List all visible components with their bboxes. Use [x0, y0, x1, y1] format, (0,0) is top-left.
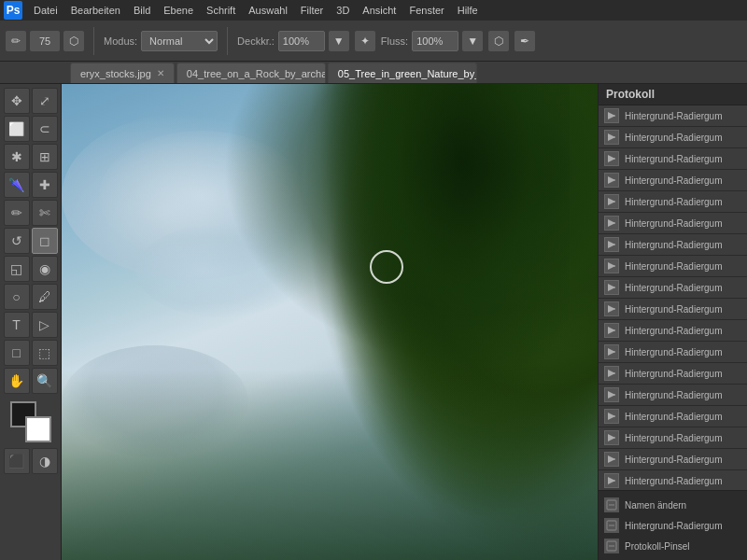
- tabs: eryx_stocks.jpg ✕ 04_tree_on_a_Rock_by_a…: [0, 62, 747, 84]
- text-tool[interactable]: T: [4, 312, 30, 338]
- tool-row-1: ✥ ⤢: [4, 88, 58, 114]
- eyedropper-tool[interactable]: 🌂: [4, 172, 30, 198]
- dodge-tool[interactable]: ○: [4, 284, 30, 310]
- crop-tool[interactable]: ⊞: [32, 144, 58, 170]
- panel-footer-item-1[interactable]: Hintergrund-Radiergum: [604, 515, 741, 536]
- fluss-input[interactable]: [412, 31, 458, 51]
- fluss-arrow[interactable]: ▼: [462, 31, 483, 51]
- history-item-icon-7: [604, 259, 619, 273]
- menu-auswahl[interactable]: Auswahl: [243, 3, 293, 18]
- history-item-label-1: Hintergrund-Radiergum: [625, 133, 723, 143]
- toolbar: ✏ 75 ⬡ Modus: Normal Auflösen Abdunkeln …: [0, 21, 747, 62]
- lasso-tool[interactable]: ⊂: [32, 116, 58, 142]
- menu-bearbeiten[interactable]: Bearbeiten: [65, 3, 126, 18]
- gradient-tool[interactable]: ◱: [4, 256, 30, 282]
- history-item-10[interactable]: Hintergrund-Radiergum: [599, 320, 747, 342]
- menu-3d[interactable]: 3D: [331, 3, 355, 18]
- artboard-tool[interactable]: ⤢: [32, 88, 58, 114]
- history-item-icon-14: [604, 409, 619, 424]
- quick-mask-tool[interactable]: ◑: [32, 448, 58, 474]
- canvas-area[interactable]: [62, 84, 598, 560]
- deckraft-arrow[interactable]: ▼: [329, 31, 349, 51]
- history-item-5[interactable]: Hintergrund-Radiergum: [599, 213, 747, 234]
- menu-fenster[interactable]: Fenster: [403, 3, 449, 18]
- history-item-12[interactable]: Hintergrund-Radiergum: [599, 363, 747, 385]
- tool-row-3: ✱ ⊞: [4, 144, 58, 170]
- menu-hilfe[interactable]: Hilfe: [452, 3, 484, 18]
- panel-footer-item-0[interactable]: Namen ändern: [604, 495, 741, 515]
- tab-close-0[interactable]: ✕: [157, 68, 164, 78]
- history-item-8[interactable]: Hintergrund-Radiergum: [599, 277, 747, 299]
- history-item-14[interactable]: Hintergrund-Radiergum: [599, 406, 747, 427]
- history-item-2[interactable]: Hintergrund-Radiergum: [599, 148, 747, 170]
- right-panel: Protokoll Hintergrund-Radiergum Hintergr…: [598, 84, 747, 560]
- path-select-tool[interactable]: ▷: [32, 312, 58, 338]
- pen-tool[interactable]: 🖊: [32, 284, 58, 310]
- menu-ansicht[interactable]: Ansicht: [357, 3, 402, 18]
- history-item-16[interactable]: Hintergrund-Radiergum: [599, 449, 747, 470]
- menu-datei[interactable]: Datei: [28, 3, 63, 18]
- blur-tool[interactable]: ◉: [32, 256, 58, 282]
- clone-tool[interactable]: ✄: [32, 200, 58, 226]
- brush-tool-icon[interactable]: ✏: [6, 31, 26, 51]
- menu-schrift[interactable]: Schrift: [201, 3, 241, 18]
- stylus-icon[interactable]: ✒: [514, 31, 535, 51]
- healing-tool[interactable]: ✚: [32, 172, 58, 198]
- menu-ebene[interactable]: Ebene: [158, 3, 199, 18]
- tab-1[interactable]: 04_tree_on_a_Rock_by_archaeopteryx_stock…: [176, 63, 326, 83]
- history-item-15[interactable]: Hintergrund-Radiergum: [599, 427, 747, 449]
- shape-tool[interactable]: □: [4, 340, 30, 366]
- fluss-label: Fluss:: [381, 35, 408, 47]
- history-item-3[interactable]: Hintergrund-Radiergum: [599, 170, 747, 191]
- magic-wand-tool[interactable]: ✱: [4, 144, 30, 170]
- brush-options-icon[interactable]: ⬡: [63, 31, 84, 51]
- history-item-label-6: Hintergrund-Radiergum: [625, 240, 723, 250]
- deckraft-input[interactable]: [278, 31, 325, 51]
- history-brush-tool[interactable]: ↺: [4, 228, 30, 254]
- screen-mode-tool[interactable]: ⬛: [4, 448, 30, 474]
- menu-filter[interactable]: Filter: [295, 3, 329, 18]
- history-item-4[interactable]: Hintergrund-Radiergum: [599, 191, 747, 213]
- ps-logo: Ps: [4, 1, 22, 20]
- history-item-label-13: Hintergrund-Radiergum: [625, 390, 723, 400]
- tool-row-7: ◱ ◉: [4, 256, 58, 282]
- brush-settings-icon[interactable]: 75: [30, 31, 60, 51]
- history-item-11[interactable]: Hintergrund-Radiergum: [599, 342, 747, 363]
- history-item-icon-13: [604, 387, 619, 402]
- modus-select[interactable]: Normal Auflösen Abdunkeln: [141, 31, 218, 51]
- tab-2[interactable]: 05_Tree_in_green_Nature_by_arc ✕: [328, 63, 477, 83]
- rect-select-tool[interactable]: ⬚: [32, 340, 58, 366]
- background-color[interactable]: [25, 416, 51, 442]
- foreground-background[interactable]: [10, 401, 51, 442]
- tool-row-9: T ▷: [4, 312, 58, 338]
- move-tool[interactable]: ✥: [4, 88, 30, 114]
- history-item-0[interactable]: Hintergrund-Radiergum: [599, 105, 747, 127]
- history-item-17[interactable]: Hintergrund-Radiergum: [599, 470, 747, 490]
- marquee-tool[interactable]: ⬜: [4, 116, 30, 142]
- history-item-icon-4: [604, 194, 619, 209]
- history-item-icon-1: [604, 130, 619, 145]
- tab-0[interactable]: eryx_stocks.jpg ✕: [70, 63, 175, 83]
- history-item-6[interactable]: Hintergrund-Radiergum: [599, 234, 747, 256]
- history-item-9[interactable]: Hintergrund-Radiergum: [599, 299, 747, 320]
- airbrush-icon[interactable]: ✦: [355, 31, 375, 51]
- main-area: ✥ ⤢ ⬜ ⊂ ✱ ⊞ 🌂 ✚ ✏ ✄ ↺ ◻ ◱ ◉ ○ 🖊: [0, 84, 747, 560]
- eraser-tool[interactable]: ◻: [32, 228, 58, 254]
- brush-tool[interactable]: ✏: [4, 200, 30, 226]
- history-item-icon-17: [604, 473, 619, 488]
- tool-row-4: 🌂 ✚: [4, 172, 58, 198]
- footer-icon-1: [604, 518, 619, 533]
- history-item-7[interactable]: Hintergrund-Radiergum: [599, 256, 747, 277]
- tool-row-11: ✋ 🔍: [4, 368, 58, 394]
- history-item-1[interactable]: Hintergrund-Radiergum: [599, 127, 747, 148]
- zoom-tool[interactable]: 🔍: [32, 368, 58, 394]
- hand-tool[interactable]: ✋: [4, 368, 30, 394]
- panel-footer-item-2[interactable]: Protokoll-Pinsel: [604, 536, 741, 556]
- tool-row-10: □ ⬚: [4, 340, 58, 366]
- history-item-13[interactable]: Hintergrund-Radiergum: [599, 385, 747, 406]
- pressure-icon[interactable]: ⬡: [488, 31, 509, 51]
- menu-bild[interactable]: Bild: [128, 3, 156, 18]
- history-item-icon-11: [604, 344, 619, 359]
- history-item-label-14: Hintergrund-Radiergum: [625, 412, 723, 422]
- deckraft-label: Deckkr.:: [237, 35, 275, 47]
